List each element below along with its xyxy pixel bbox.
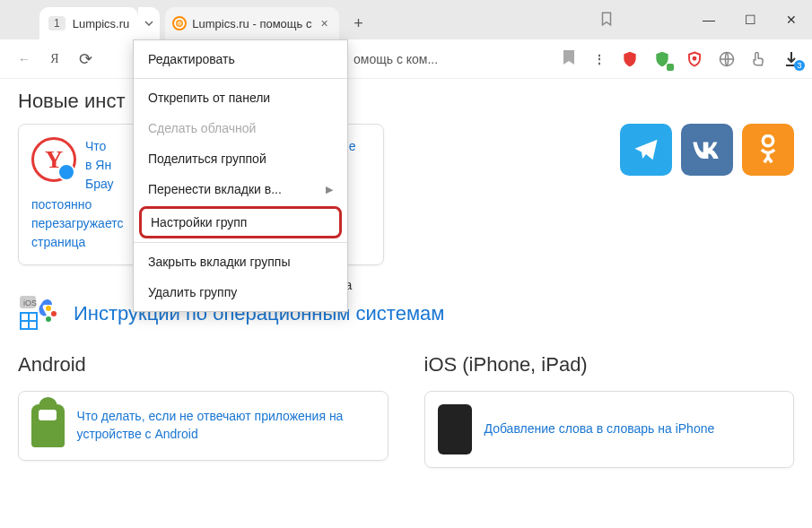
- menu-separator: [134, 78, 347, 79]
- ios-column: iOS (iPhone, iPad) Добавление слова в сл…: [424, 353, 795, 468]
- article-text: Что делать, если не отвечают приложения …: [77, 408, 375, 443]
- tab-title-1: Lumpics.ru: [73, 17, 130, 30]
- adguard-icon[interactable]: [652, 49, 672, 69]
- menu-close-tabs[interactable]: Закрыть вкладки группы: [134, 247, 347, 277]
- svg-point-0: [694, 56, 696, 59]
- android-article-card[interactable]: Что делать, если не отвечают приложения …: [18, 391, 389, 461]
- close-button[interactable]: ✕: [771, 0, 812, 39]
- yandex-home-button[interactable]: Я: [41, 46, 68, 73]
- chevron-down-icon: [144, 21, 153, 26]
- menu-move-tabs[interactable]: Перенести вкладки в... ▶: [134, 174, 347, 204]
- reading-list-icon[interactable]: [598, 11, 615, 30]
- svg-point-10: [46, 306, 51, 311]
- maximize-button[interactable]: ☐: [729, 0, 771, 39]
- platform-columns: Android Что делать, если не отвечают при…: [18, 353, 794, 468]
- article-text: Добавление слова в словарь на iPhone: [485, 420, 715, 438]
- back-button[interactable]: ←: [11, 46, 38, 73]
- android-column: Android Что делать, если не отвечают при…: [18, 353, 389, 468]
- menu-unpin[interactable]: Открепить от панели: [134, 82, 347, 113]
- titlebar: 1 Lumpics.ru Lumpics.ru - помощь с × + —…: [0, 0, 812, 39]
- new-tab-button[interactable]: +: [346, 11, 371, 36]
- yandex-icon: Y: [31, 137, 76, 182]
- os-icons: iOS: [18, 292, 61, 335]
- tab-group: 1 Lumpics.ru Lumpics.ru - помощь с × +: [7, 7, 371, 39]
- extensions-area: ⋮: [593, 49, 801, 69]
- menu-delete-group[interactable]: Удалить группу: [134, 277, 347, 307]
- tab-title-2: Lumpics.ru - помощь с: [192, 17, 311, 30]
- reload-button[interactable]: ⟳: [72, 46, 99, 73]
- tab-group-dropdown[interactable]: [138, 7, 160, 39]
- article-card-1[interactable]: Y Что в Ян Брау постоянно перезагружаетс…: [18, 124, 144, 265]
- tab-group-count: 1: [48, 16, 65, 30]
- tab-group-context-menu: Редактировать Открепить от панели Сделат…: [133, 39, 348, 312]
- svg-rect-7: [30, 314, 36, 320]
- globe-icon[interactable]: [717, 49, 737, 69]
- iphone-icon: [438, 404, 472, 454]
- social-row: [620, 124, 794, 265]
- ublock-icon[interactable]: [620, 49, 640, 69]
- tab-close-button[interactable]: ×: [317, 16, 331, 30]
- badge-icon: [57, 163, 75, 181]
- svg-point-11: [51, 311, 57, 316]
- minimize-button[interactable]: —: [688, 0, 729, 39]
- feedback-icon[interactable]: [749, 49, 769, 69]
- downloads-icon[interactable]: [781, 49, 801, 69]
- addressbar: ← Я ⟳ омощь с ком... ⋮: [0, 39, 812, 79]
- menu-edit[interactable]: Редактировать: [134, 44, 347, 74]
- svg-point-12: [46, 316, 51, 322]
- menu-group-settings[interactable]: Настройки групп: [139, 206, 342, 238]
- page-content: Новые инст Y Что в Ян Брау постоянно пер…: [0, 79, 812, 479]
- tab-group-main[interactable]: 1 Lumpics.ru: [39, 7, 138, 39]
- menu-separator: [134, 242, 347, 243]
- menu-share[interactable]: Поделиться группой: [134, 143, 347, 174]
- card-text: Что в Ян Брау: [85, 137, 114, 194]
- vk-button[interactable]: [681, 124, 733, 176]
- ios-title: iOS (iPhone, iPad): [424, 353, 795, 377]
- telegram-button[interactable]: [620, 124, 672, 176]
- svg-text:iOS: iOS: [23, 299, 37, 307]
- shield-icon[interactable]: [685, 49, 704, 69]
- svg-rect-8: [22, 322, 28, 328]
- android-title: Android: [18, 353, 389, 377]
- ok-button[interactable]: [742, 124, 794, 176]
- ios-article-card[interactable]: Добавление слова в словарь на iPhone: [424, 391, 795, 468]
- android-icon: [31, 404, 65, 447]
- tab-2[interactable]: Lumpics.ru - помощь с ×: [165, 7, 338, 39]
- chevron-right-icon: ▶: [326, 184, 333, 195]
- bookmark-page-icon[interactable]: [563, 49, 575, 68]
- svg-point-2: [763, 135, 773, 145]
- svg-rect-6: [22, 314, 28, 320]
- menu-move-tabs-label: Перенести вкладки в...: [148, 182, 282, 196]
- favicon-lumpics: [172, 16, 187, 30]
- extensions-menu-icon[interactable]: ⋮: [593, 52, 607, 66]
- menu-make-cloud: Сделать облачной: [134, 113, 347, 143]
- svg-rect-9: [30, 322, 36, 328]
- url-text: омощь с ком...: [354, 52, 438, 66]
- window-controls: — ☐ ✕: [688, 0, 812, 39]
